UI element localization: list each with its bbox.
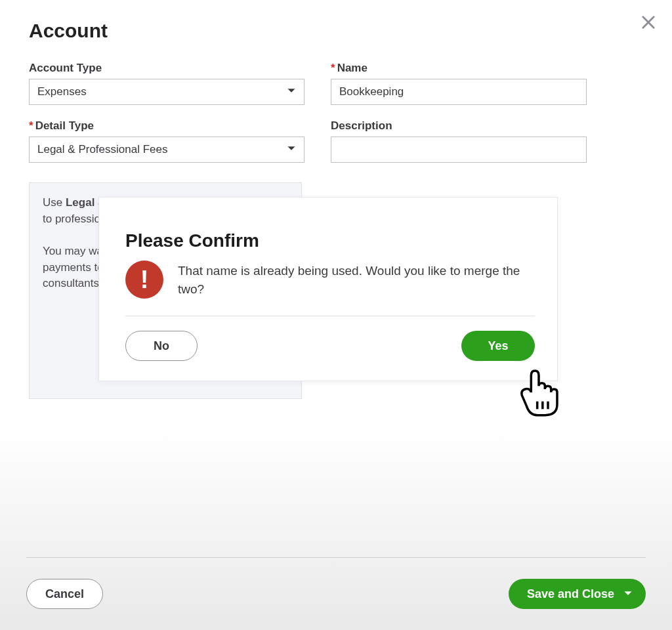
- yes-button[interactable]: Yes: [461, 331, 535, 361]
- divider: [125, 316, 535, 316]
- account-type-select[interactable]: Expenses: [29, 79, 304, 105]
- confirm-modal: Please Confirm ! That name is already be…: [98, 197, 558, 381]
- account-type-label: Account Type: [29, 62, 304, 75]
- cancel-button[interactable]: Cancel: [26, 579, 103, 609]
- chevron-down-icon: [287, 143, 296, 156]
- chevron-down-icon[interactable]: [623, 587, 633, 601]
- detail-type-value: Legal & Professional Fees: [37, 143, 167, 156]
- detail-type-label: Detail Type: [29, 119, 304, 133]
- description-input[interactable]: [331, 136, 587, 163]
- detail-type-select[interactable]: Legal & Professional Fees: [29, 136, 304, 163]
- account-type-value: Expenses: [37, 85, 87, 98]
- account-type-field: Account Type Expenses: [29, 62, 304, 105]
- alert-icon: !: [125, 261, 163, 299]
- no-button[interactable]: No: [125, 331, 198, 361]
- name-input[interactable]: Bookkeeping: [331, 79, 587, 105]
- footer-divider: [26, 557, 646, 558]
- name-label: Name: [331, 62, 587, 75]
- name-value: Bookkeeping: [339, 85, 404, 98]
- detail-type-field: Detail Type Legal & Professional Fees: [29, 119, 304, 163]
- close-icon[interactable]: [639, 13, 658, 32]
- modal-message: That name is already being used. Would y…: [178, 261, 535, 298]
- save-and-close-label: Save and Close: [527, 587, 614, 601]
- modal-title: Please Confirm: [125, 230, 535, 251]
- save-and-close-button[interactable]: Save and Close: [509, 579, 646, 609]
- chevron-down-icon: [287, 85, 296, 98]
- description-label: Description: [331, 119, 587, 133]
- description-field: Description: [331, 119, 587, 163]
- info-text-pre: Use: [43, 196, 66, 209]
- name-field: Name Bookkeeping: [331, 62, 587, 105]
- page-title: Account: [0, 0, 672, 42]
